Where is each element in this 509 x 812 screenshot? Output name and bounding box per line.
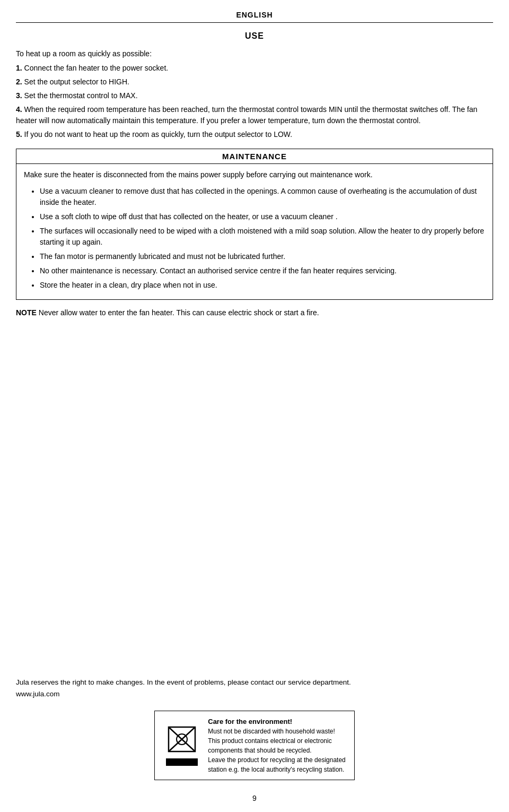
eco-line: This product contains electrical or elec… [208,736,346,746]
eco-line: Must not be discarded with household was… [208,727,346,736]
step-num: 5. [16,130,22,139]
maintenance-bullet: Store the heater in a clean, dry place w… [40,280,485,291]
note-text: Never allow water to enter the fan heate… [37,308,319,317]
maintenance-box: MAINTENANCE Make sure the heater is disc… [16,149,493,300]
footer-line1: Jula reserves the right to make changes.… [16,677,493,688]
eco-icon [163,724,200,766]
eco-box: Care for the environment! Must not be di… [16,711,493,781]
step-item: 4. When the required room temperature ha… [16,104,493,126]
steps-list: 1. Connect the fan heater to the power s… [16,63,493,140]
step-item: 2. Set the output selector to HIGH. [16,76,493,88]
eco-line: Leave the product for recycling at the d… [208,755,346,765]
use-intro: To heat up a room as quickly as possible… [16,48,493,59]
step-num: 3. [16,91,22,100]
maintenance-bullets: Use a vacuum cleaner to remove dust that… [40,186,485,291]
black-bar [166,758,198,766]
eco-title: Care for the environment! [208,716,346,727]
step-num: 2. [16,77,22,86]
footer-text: Jula reserves the right to make changes.… [16,677,493,699]
step-item: 1. Connect the fan heater to the power s… [16,63,493,74]
recycling-cross-icon [166,724,198,754]
eco-inner: Care for the environment! Must not be di… [154,711,355,781]
maintenance-title: MAINTENANCE [16,149,493,164]
maintenance-intro: Make sure the heater is disconnected fro… [24,169,485,180]
use-title: USE [16,31,493,41]
step-item: 5. If you do not want to heat up the roo… [16,129,493,140]
maintenance-bullet: No other maintenance is necessary. Conta… [40,265,485,277]
eco-line: station e.g. the local authority's recyc… [208,765,346,774]
step-num: 1. [16,64,22,72]
use-section: To heat up a room as quickly as possible… [16,48,493,140]
eco-text-block: Care for the environment! Must not be di… [208,716,346,775]
page-header: ENGLISH [16,11,493,23]
maintenance-bullet: The fan motor is permanently lubricated … [40,251,485,262]
maintenance-bullet: The surfaces will occasionally need to b… [40,226,485,248]
footer-line2: www.jula.com [16,688,493,700]
note-label: NOTE [16,308,37,317]
eco-line: components that should be recycled. [208,746,346,755]
footer-area: Jula reserves the right to make changes.… [16,677,493,780]
eco-lines: Must not be discarded with household was… [208,727,346,774]
note-section: NOTE Never allow water to enter the fan … [16,307,493,318]
step-num: 4. [16,105,22,114]
maintenance-bullet: Use a soft cloth to wipe off dust that h… [40,211,485,222]
maintenance-bullet: Use a vacuum cleaner to remove dust that… [40,186,485,208]
step-item: 3. Set the thermostat control to MAX. [16,90,493,101]
maintenance-content: Make sure the heater is disconnected fro… [16,164,493,299]
page-number: 9 [252,794,257,802]
language-label: ENGLISH [236,11,273,19]
